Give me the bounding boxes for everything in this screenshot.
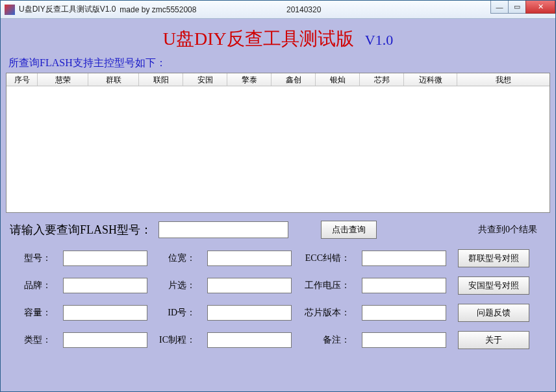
label-model: 型号： bbox=[15, 252, 51, 264]
close-button[interactable]: ✕ bbox=[525, 1, 555, 14]
subtitle: 所查询FLASH支持主控型号如下： bbox=[6, 55, 550, 73]
app-window: U盘DIY反查工具测试版V1.0 made by zmc5552008 2014… bbox=[0, 0, 556, 392]
flash-model-input[interactable] bbox=[158, 221, 288, 238]
heading-title: U盘DIY反查工具测试版 bbox=[163, 29, 354, 49]
col-maikewei[interactable]: 迈科微 bbox=[404, 73, 457, 86]
label-chipversion: 芯片版本： bbox=[303, 307, 350, 319]
heading-version: V1.0 bbox=[365, 32, 393, 48]
search-button[interactable]: 点击查询 bbox=[321, 221, 377, 239]
field-id[interactable] bbox=[207, 305, 292, 321]
table-header: 序号 慧荣 群联 联阳 安国 擎泰 鑫创 银灿 芯邦 迈科微 我想 bbox=[6, 73, 550, 86]
app-icon bbox=[5, 5, 15, 15]
col-woxiang[interactable]: 我想 bbox=[457, 73, 550, 86]
field-type[interactable] bbox=[63, 332, 147, 348]
result-count: 共查到0个结果 bbox=[478, 224, 537, 236]
label-note: 备注： bbox=[303, 334, 350, 346]
anguo-reference-button[interactable]: 安国型号对照 bbox=[458, 276, 529, 295]
field-note[interactable] bbox=[362, 332, 446, 348]
field-ecc[interactable] bbox=[362, 251, 446, 266]
col-xinchuang[interactable]: 鑫创 bbox=[272, 73, 316, 86]
table-body[interactable] bbox=[6, 86, 550, 212]
feedback-button[interactable]: 问题反馈 bbox=[458, 304, 529, 322]
label-type: 类型： bbox=[15, 334, 51, 346]
label-id: ID号： bbox=[159, 307, 196, 319]
field-model[interactable] bbox=[63, 251, 147, 266]
label-bitwidth: 位宽： bbox=[159, 252, 196, 264]
label-chipselect: 片选： bbox=[159, 280, 196, 291]
label-capacity: 容量： bbox=[15, 307, 51, 319]
col-qunlian[interactable]: 群联 bbox=[88, 73, 139, 86]
results-table: 序号 慧荣 群联 联阳 安国 擎泰 鑫创 银灿 芯邦 迈科微 我想 bbox=[6, 73, 550, 213]
col-yincan[interactable]: 银灿 bbox=[316, 73, 360, 86]
field-capacity[interactable] bbox=[63, 305, 147, 321]
col-qingtai[interactable]: 擎泰 bbox=[227, 73, 272, 86]
field-voltage[interactable] bbox=[362, 278, 446, 293]
label-ecc: ECC纠错： bbox=[303, 252, 350, 264]
field-bitwidth[interactable] bbox=[207, 251, 292, 266]
client-area: U盘DIY反查工具测试版 V1.0 所查询FLASH支持主控型号如下： 序号 慧… bbox=[1, 19, 555, 391]
label-voltage: 工作电压： bbox=[303, 280, 350, 291]
qunlian-reference-button[interactable]: 群联型号对照 bbox=[458, 249, 529, 267]
window-made-by: made by zmc5552008 bbox=[120, 5, 196, 14]
query-label: 请输入要查询FLASH型号： bbox=[10, 222, 152, 238]
window-buttons: — ▭ ✕ bbox=[491, 1, 555, 14]
window-title: U盘DIY反查工具测试版V1.0 bbox=[19, 4, 116, 15]
minimize-button[interactable]: — bbox=[490, 1, 509, 14]
query-row: 请输入要查询FLASH型号： 点击查询 共查到0个结果 bbox=[6, 213, 550, 245]
about-button[interactable]: 关于 bbox=[458, 331, 529, 349]
titlebar[interactable]: U盘DIY反查工具测试版V1.0 made by zmc5552008 2014… bbox=[1, 1, 555, 19]
label-process: IC制程： bbox=[159, 334, 196, 346]
field-brand[interactable] bbox=[63, 278, 147, 293]
field-chipversion[interactable] bbox=[362, 305, 446, 321]
detail-fields: 型号： 位宽： ECC纠错： 群联型号对照 品牌： 片选： 工作电压： 安国型号… bbox=[6, 245, 550, 356]
maximize-button[interactable]: ▭ bbox=[508, 1, 526, 14]
window-date: 20140320 bbox=[286, 5, 321, 14]
col-index[interactable]: 序号 bbox=[6, 73, 38, 86]
label-brand: 品牌： bbox=[15, 280, 51, 291]
col-huirong[interactable]: 慧荣 bbox=[38, 73, 88, 86]
col-lianyang[interactable]: 联阳 bbox=[139, 73, 183, 86]
col-anguo[interactable]: 安国 bbox=[183, 73, 227, 86]
page-heading: U盘DIY反查工具测试版 V1.0 bbox=[6, 24, 550, 55]
field-process[interactable] bbox=[207, 332, 292, 348]
field-chipselect[interactable] bbox=[207, 278, 292, 293]
col-xinbang[interactable]: 芯邦 bbox=[360, 73, 404, 86]
